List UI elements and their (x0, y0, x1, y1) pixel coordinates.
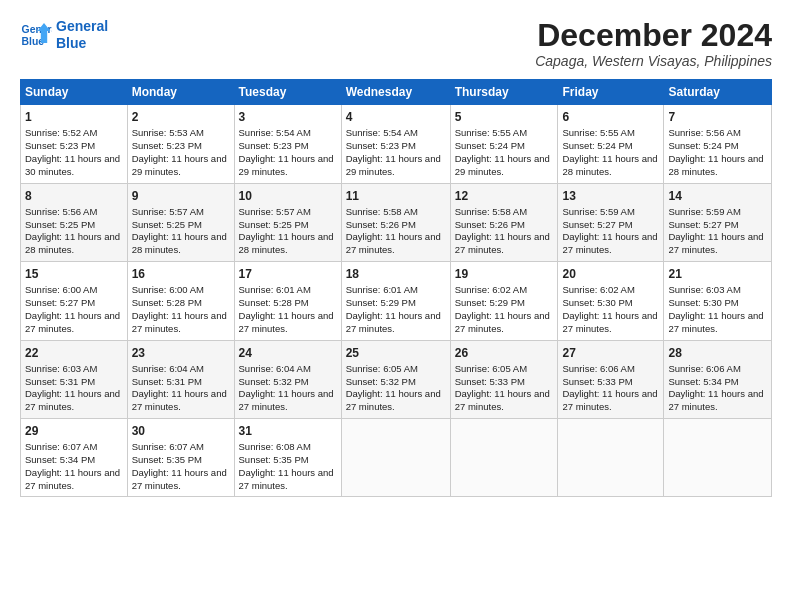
sunrise-label: Sunrise: 6:08 AM (239, 441, 311, 452)
day-number: 7 (668, 109, 767, 125)
day-number: 20 (562, 266, 659, 282)
sunset-label: Sunset: 5:31 PM (25, 376, 95, 387)
day-number: 24 (239, 345, 337, 361)
calendar-header: Sunday Monday Tuesday Wednesday Thursday… (21, 80, 772, 105)
table-row: 1Sunrise: 5:52 AMSunset: 5:23 PMDaylight… (21, 105, 128, 183)
calendar-table: Sunday Monday Tuesday Wednesday Thursday… (20, 79, 772, 497)
daylight-label: Daylight: 11 hours and 29 minutes. (455, 153, 550, 177)
sunrise-label: Sunrise: 5:56 AM (25, 206, 97, 217)
col-monday: Monday (127, 80, 234, 105)
sunset-label: Sunset: 5:26 PM (346, 219, 416, 230)
sunrise-label: Sunrise: 5:52 AM (25, 127, 97, 138)
sunset-label: Sunset: 5:30 PM (562, 297, 632, 308)
table-row: 20Sunrise: 6:02 AMSunset: 5:30 PMDayligh… (558, 262, 664, 340)
day-number: 25 (346, 345, 446, 361)
table-row (450, 418, 558, 496)
table-row: 6Sunrise: 5:55 AMSunset: 5:24 PMDaylight… (558, 105, 664, 183)
sunset-label: Sunset: 5:27 PM (562, 219, 632, 230)
col-friday: Friday (558, 80, 664, 105)
sunset-label: Sunset: 5:34 PM (668, 376, 738, 387)
daylight-label: Daylight: 11 hours and 27 minutes. (239, 467, 334, 491)
table-row: 31Sunrise: 6:08 AMSunset: 5:35 PMDayligh… (234, 418, 341, 496)
table-row: 25Sunrise: 6:05 AMSunset: 5:32 PMDayligh… (341, 340, 450, 418)
daylight-label: Daylight: 11 hours and 27 minutes. (668, 310, 763, 334)
daylight-label: Daylight: 11 hours and 27 minutes. (455, 231, 550, 255)
daylight-label: Daylight: 11 hours and 28 minutes. (132, 231, 227, 255)
sunset-label: Sunset: 5:26 PM (455, 219, 525, 230)
daylight-label: Daylight: 11 hours and 27 minutes. (562, 388, 657, 412)
sunrise-label: Sunrise: 6:04 AM (239, 363, 311, 374)
day-number: 10 (239, 188, 337, 204)
daylight-label: Daylight: 11 hours and 30 minutes. (25, 153, 120, 177)
table-row: 24Sunrise: 6:04 AMSunset: 5:32 PMDayligh… (234, 340, 341, 418)
daylight-label: Daylight: 11 hours and 27 minutes. (668, 231, 763, 255)
table-row (558, 418, 664, 496)
daylight-label: Daylight: 11 hours and 27 minutes. (346, 388, 441, 412)
sunrise-label: Sunrise: 5:55 AM (455, 127, 527, 138)
title-area: December 2024 Capaga, Western Visayas, P… (535, 18, 772, 69)
logo-line2: Blue (56, 35, 86, 51)
day-number: 2 (132, 109, 230, 125)
sunset-label: Sunset: 5:28 PM (132, 297, 202, 308)
table-row: 26Sunrise: 6:05 AMSunset: 5:33 PMDayligh… (450, 340, 558, 418)
table-row (341, 418, 450, 496)
daylight-label: Daylight: 11 hours and 27 minutes. (346, 231, 441, 255)
sunset-label: Sunset: 5:23 PM (346, 140, 416, 151)
day-number: 18 (346, 266, 446, 282)
col-tuesday: Tuesday (234, 80, 341, 105)
sunset-label: Sunset: 5:31 PM (132, 376, 202, 387)
table-row: 27Sunrise: 6:06 AMSunset: 5:33 PMDayligh… (558, 340, 664, 418)
sunrise-label: Sunrise: 5:56 AM (668, 127, 740, 138)
table-row: 19Sunrise: 6:02 AMSunset: 5:29 PMDayligh… (450, 262, 558, 340)
table-row: 7Sunrise: 5:56 AMSunset: 5:24 PMDaylight… (664, 105, 772, 183)
sunset-label: Sunset: 5:32 PM (346, 376, 416, 387)
sunrise-label: Sunrise: 5:58 AM (455, 206, 527, 217)
col-sunday: Sunday (21, 80, 128, 105)
daylight-label: Daylight: 11 hours and 28 minutes. (239, 231, 334, 255)
sunrise-label: Sunrise: 6:07 AM (25, 441, 97, 452)
header: General Blue General Blue December 2024 … (20, 18, 772, 69)
sunrise-label: Sunrise: 6:02 AM (455, 284, 527, 295)
table-row: 2Sunrise: 5:53 AMSunset: 5:23 PMDaylight… (127, 105, 234, 183)
table-row: 16Sunrise: 6:00 AMSunset: 5:28 PMDayligh… (127, 262, 234, 340)
logo-icon: General Blue (20, 19, 52, 51)
daylight-label: Daylight: 11 hours and 27 minutes. (562, 310, 657, 334)
sunset-label: Sunset: 5:27 PM (25, 297, 95, 308)
page: General Blue General Blue December 2024 … (0, 0, 792, 612)
sunset-label: Sunset: 5:25 PM (239, 219, 309, 230)
sunset-label: Sunset: 5:25 PM (25, 219, 95, 230)
daylight-label: Daylight: 11 hours and 27 minutes. (132, 388, 227, 412)
sunrise-label: Sunrise: 6:05 AM (346, 363, 418, 374)
col-wednesday: Wednesday (341, 80, 450, 105)
table-row: 5Sunrise: 5:55 AMSunset: 5:24 PMDaylight… (450, 105, 558, 183)
day-number: 23 (132, 345, 230, 361)
sunset-label: Sunset: 5:24 PM (455, 140, 525, 151)
sunrise-label: Sunrise: 6:04 AM (132, 363, 204, 374)
day-number: 26 (455, 345, 554, 361)
day-number: 9 (132, 188, 230, 204)
daylight-label: Daylight: 11 hours and 27 minutes. (346, 310, 441, 334)
day-number: 17 (239, 266, 337, 282)
daylight-label: Daylight: 11 hours and 28 minutes. (668, 153, 763, 177)
daylight-label: Daylight: 11 hours and 27 minutes. (239, 310, 334, 334)
sunrise-label: Sunrise: 5:54 AM (239, 127, 311, 138)
table-row: 3Sunrise: 5:54 AMSunset: 5:23 PMDaylight… (234, 105, 341, 183)
table-row: 9Sunrise: 5:57 AMSunset: 5:25 PMDaylight… (127, 183, 234, 261)
daylight-label: Daylight: 11 hours and 27 minutes. (132, 467, 227, 491)
table-row: 23Sunrise: 6:04 AMSunset: 5:31 PMDayligh… (127, 340, 234, 418)
col-thursday: Thursday (450, 80, 558, 105)
day-number: 15 (25, 266, 123, 282)
sunset-label: Sunset: 5:29 PM (346, 297, 416, 308)
table-row: 21Sunrise: 6:03 AMSunset: 5:30 PMDayligh… (664, 262, 772, 340)
location: Capaga, Western Visayas, Philippines (535, 53, 772, 69)
sunrise-label: Sunrise: 5:57 AM (132, 206, 204, 217)
sunrise-label: Sunrise: 6:06 AM (562, 363, 634, 374)
daylight-label: Daylight: 11 hours and 27 minutes. (239, 388, 334, 412)
daylight-label: Daylight: 11 hours and 27 minutes. (25, 467, 120, 491)
sunset-label: Sunset: 5:33 PM (562, 376, 632, 387)
sunset-label: Sunset: 5:24 PM (668, 140, 738, 151)
sunrise-label: Sunrise: 6:00 AM (25, 284, 97, 295)
day-number: 27 (562, 345, 659, 361)
table-row (664, 418, 772, 496)
logo: General Blue General Blue (20, 18, 108, 52)
